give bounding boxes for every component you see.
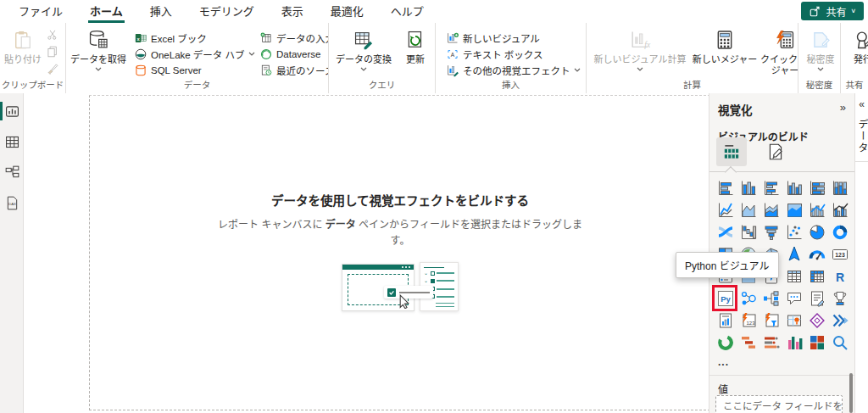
ribbon-visual-calc-button[interactable]: fx新しいビジュアル計算	[590, 26, 690, 71]
cut-button[interactable]	[46, 28, 61, 42]
custom-vbar-icon	[785, 333, 804, 352]
ribbon-recent-button[interactable]: 最近のソース	[259, 62, 329, 78]
visual-r-script[interactable]: R	[828, 265, 851, 287]
chevron-down-icon: ∨	[850, 8, 856, 14]
new-visual-icon	[446, 31, 459, 45]
visual-paginated-report[interactable]	[714, 310, 737, 332]
visual-azure-map[interactable]	[782, 243, 805, 265]
donut-icon	[831, 223, 849, 242]
ribbon-group-calculations: fx新しいビジュアル計算新しいメジャークイック メジャー計算	[587, 23, 798, 93]
menu-tab-3[interactable]: モデリング	[198, 0, 256, 23]
cursor-icon	[398, 294, 412, 309]
visual-stacked-column[interactable]	[737, 177, 760, 199]
ribbon-sql-button[interactable]: SQL Server	[134, 62, 253, 78]
ribbon-transform-button[interactable]: データの変換	[332, 26, 395, 71]
ribbon-dataverse-button[interactable]: Dataverse	[259, 46, 329, 62]
ribbon-sensitivity-button[interactable]: 秘密度	[802, 26, 839, 71]
values-field-well[interactable]: ここにデータ フィールドを...	[715, 395, 843, 413]
visual-lightning-visual[interactable]	[760, 310, 782, 332]
visual-area[interactable]	[737, 199, 760, 221]
visual-custom-grid[interactable]	[805, 332, 828, 354]
visual-custom-hbar[interactable]	[760, 332, 782, 354]
visual-python[interactable]: Py	[714, 287, 737, 310]
visual-smart-narrative[interactable]	[805, 287, 828, 310]
visual-clustered-column[interactable]	[782, 177, 805, 199]
visual-donut[interactable]	[828, 221, 851, 243]
tab-build-visual[interactable]	[716, 137, 747, 166]
ribbon-publish-button[interactable]: 発行	[844, 26, 868, 65]
get-more-visuals-button[interactable]: ...	[718, 356, 729, 368]
visual-funnel[interactable]	[760, 221, 782, 243]
visual-line-stacked-column[interactable]	[805, 199, 828, 221]
visual-area-100[interactable]	[782, 199, 805, 221]
visual-decomposition-tree[interactable]	[760, 287, 782, 310]
ribbon-excel-button[interactable]: xExcel ブック	[134, 30, 253, 46]
ribbon-clipboard-button[interactable]: 貼り付け	[3, 26, 42, 65]
visual-arcgis-map[interactable]	[782, 310, 805, 332]
quick-measure-icon	[774, 28, 796, 52]
visual-stacked-column-100[interactable]	[828, 177, 851, 199]
menu-tab-6[interactable]: ヘルプ	[389, 0, 426, 23]
visual-pie[interactable]	[805, 221, 828, 243]
visual-ring-chart[interactable]	[714, 332, 737, 354]
visual-gantt[interactable]	[737, 332, 760, 354]
visual-power-apps[interactable]	[805, 310, 828, 332]
python-visual-tooltip: Python ビジュアル	[676, 252, 779, 278]
visual-clustered-bar[interactable]	[760, 177, 782, 199]
excel-icon: x	[134, 31, 147, 45]
visual-search[interactable]	[828, 332, 851, 354]
visual-metrics[interactable]	[828, 287, 851, 310]
visual-line-clustered-column[interactable]	[828, 199, 851, 221]
report-page[interactable]: データを使用して視覚エフェクトをビルドする レポート キャンバスに データ ペイ…	[89, 95, 709, 410]
visual-table[interactable]	[782, 265, 805, 287]
visual-gauge[interactable]	[805, 243, 828, 265]
ribbon-group-label: クエリ	[329, 78, 435, 91]
visual-card[interactable]: 123	[828, 243, 851, 265]
area-100-icon	[785, 201, 804, 220]
lightning-visual-icon	[762, 311, 781, 330]
menu-tab-5[interactable]: 最適化	[329, 0, 365, 23]
visual-scatter[interactable]	[782, 221, 805, 243]
ribbon-text-box-button[interactable]: Aテキスト ボックス	[446, 46, 587, 62]
chevron-double-right-icon[interactable]: »	[840, 101, 846, 114]
ribbon-new-measure-button[interactable]: 新しいメジャー	[690, 26, 760, 65]
visual-line[interactable]	[714, 199, 737, 221]
visual-waterfall[interactable]	[737, 221, 760, 243]
matrix-icon	[808, 267, 826, 286]
data-pane-label[interactable]: データ	[855, 119, 868, 154]
format-painter-button[interactable]	[46, 62, 61, 75]
visual-qna[interactable]	[782, 287, 805, 310]
menu-tab-1[interactable]: ホーム	[88, 0, 125, 23]
share-button[interactable]: 共有 ∨	[801, 2, 864, 20]
copy-button[interactable]	[46, 45, 61, 59]
scrollbar[interactable]	[849, 373, 853, 413]
visual-stacked-bar-100[interactable]	[805, 177, 828, 199]
visual-matrix[interactable]	[805, 265, 828, 287]
sidebar-item-table-view[interactable]	[0, 131, 24, 153]
menu-tab-4[interactable]: 表示	[280, 0, 305, 23]
visual-stacked-area[interactable]	[760, 199, 782, 221]
visual-ribbon[interactable]	[714, 221, 737, 243]
visual-power-automate[interactable]	[828, 310, 851, 332]
tab-format-visual[interactable]	[760, 137, 791, 166]
ribbon-quick-measure-button[interactable]: クイック メジャー	[760, 26, 798, 75]
visual-key-influencers[interactable]	[737, 287, 760, 310]
ribbon-enter-data-button[interactable]: データの入力	[259, 30, 329, 46]
sidebar-item-dax-query-view[interactable]: DAX	[0, 192, 24, 214]
ribbon-new-visual-button[interactable]: 新しいビジュアル	[446, 30, 587, 46]
visual-custom-vbar[interactable]	[782, 332, 805, 354]
python-icon: Py	[716, 289, 735, 308]
chevron-double-left-icon[interactable]: «	[855, 98, 868, 110]
menu-tab-0[interactable]: ファイル	[17, 0, 64, 23]
ribbon-refresh-button[interactable]: 更新	[395, 26, 436, 65]
ribbon-get-data-button[interactable]: データを取得	[70, 26, 127, 71]
visual-scorecard[interactable]: 123	[737, 310, 760, 332]
menu-tab-2[interactable]: 挿入	[148, 0, 174, 23]
visual-stacked-bar[interactable]	[714, 177, 737, 199]
ribbon-onelake-button[interactable]: OneLake データ ハブ	[134, 46, 253, 62]
more-visuals-icon	[446, 64, 459, 77]
report-canvas[interactable]: データを使用して視覚エフェクトをビルドする レポート キャンバスに データ ペイ…	[24, 93, 709, 413]
sidebar-item-report-view[interactable]	[0, 100, 24, 122]
ribbon-more-visuals-button[interactable]: その他の視覚エフェクト	[446, 62, 587, 78]
sidebar-item-model-view[interactable]	[0, 161, 24, 183]
